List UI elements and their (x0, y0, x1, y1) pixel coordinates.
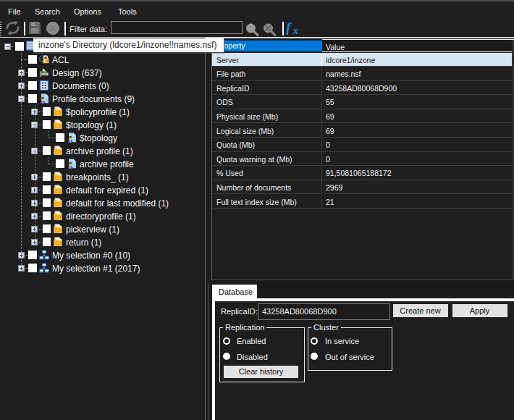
svg-text:f: f (286, 22, 292, 35)
svg-text:x: x (292, 25, 299, 36)
